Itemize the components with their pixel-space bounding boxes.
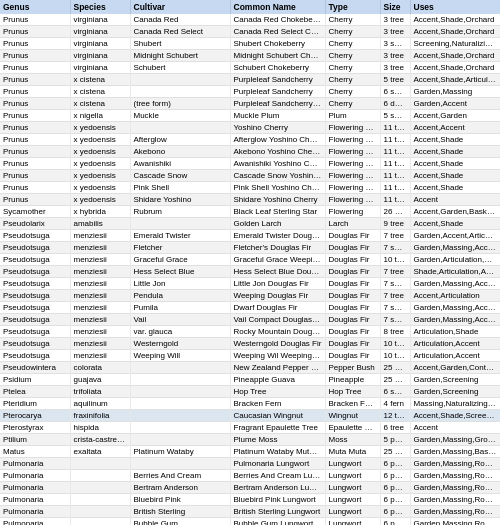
table-cell: Prunus	[0, 98, 70, 110]
table-cell: Garden,Articulation,Accent	[410, 254, 500, 266]
table-cell: Pseudotsuga	[0, 290, 70, 302]
table-cell: Garden,Massing,Accent,Screening	[410, 302, 500, 314]
table-cell: Pseudotsuga	[0, 338, 70, 350]
table-row: PseudolarixamabilisGolden LarchLarch9 tr…	[0, 218, 500, 230]
table-cell: 7 shrub	[380, 242, 410, 254]
table-cell: Vail	[130, 314, 230, 326]
table-cell: Garden,Accent,Articulation	[410, 230, 500, 242]
table-cell: Accent,Shade,Orchard	[410, 14, 500, 26]
table-cell: Garden,Massing,Rock,Container	[410, 494, 500, 506]
table-cell: Emerald Twister Douglas Fir	[230, 230, 325, 242]
table-cell: 6 perennial	[380, 506, 410, 518]
table-cell: 7 tree	[380, 290, 410, 302]
table-cell: x yedoensis	[70, 194, 130, 206]
table-cell: Flowering	[325, 206, 380, 218]
table-cell	[70, 518, 130, 526]
table-cell	[130, 362, 230, 374]
table-cell: 11 tree	[380, 194, 410, 206]
table-cell: Cascade Snow	[130, 170, 230, 182]
table-cell: Lungwort	[325, 470, 380, 482]
table-cell: Lungwort	[325, 506, 380, 518]
table-cell: Ptilium	[0, 434, 70, 446]
table-cell: Afterglow	[130, 134, 230, 146]
table-cell: Akebono	[130, 146, 230, 158]
table-cell: Hess Select Blue	[130, 266, 230, 278]
table-cell	[130, 86, 230, 98]
table-cell: Canada Red	[130, 14, 230, 26]
table-cell: Garden,Massing	[410, 86, 500, 98]
table-cell: Pulmonaria	[0, 470, 70, 482]
table-cell	[130, 434, 230, 446]
table-cell: Prunus	[0, 170, 70, 182]
table-cell: Bracken Fern	[325, 398, 380, 410]
table-cell	[130, 218, 230, 230]
table-cell: Prunus	[0, 122, 70, 134]
table-cell: virginiana	[70, 62, 130, 74]
table-cell: Prunus	[0, 62, 70, 74]
table-cell: 12 tree	[380, 410, 410, 422]
table-cell	[70, 506, 130, 518]
table-cell: 11 tree	[380, 170, 410, 182]
table-cell: Pseudowintera	[0, 362, 70, 374]
table-cell: Golden Larch	[230, 218, 325, 230]
column-species: Species	[70, 0, 130, 14]
table-cell: Bracken Fern	[230, 398, 325, 410]
table-cell: Douglas Fir	[325, 338, 380, 350]
table-cell: Pseudotsuga	[0, 266, 70, 278]
table-cell: Akebono Yoshino Cherry	[230, 146, 325, 158]
table-cell: Bluebird Pink Lungwort	[230, 494, 325, 506]
table-cell: x cistena	[70, 74, 130, 86]
table-cell: Cascade Snow Yoshino Cherry	[230, 170, 325, 182]
table-cell: Accent,Garden,Container	[410, 362, 500, 374]
table-cell: Flowering Cherry	[325, 146, 380, 158]
table-cell: 9 tree	[380, 218, 410, 230]
table-cell: 4 fern	[380, 398, 410, 410]
table-cell: Prunus	[0, 86, 70, 98]
table-cell: Pterocarya	[0, 410, 70, 422]
table-cell: Ptelea	[0, 386, 70, 398]
table-cell: 6 perennial	[380, 482, 410, 494]
table-cell: Flowering Cherry	[325, 134, 380, 146]
table-cell: 11 tree	[380, 134, 410, 146]
table-row: Ptiliumcrista-castrensisPlume MossMoss5 …	[0, 434, 500, 446]
table-cell: Lungwort	[325, 494, 380, 506]
table-cell: Accent,Shade,Articulation,Screen	[410, 74, 500, 86]
table-row: PteridiumaquilinumBracken FernBracken Fe…	[0, 398, 500, 410]
table-cell: 5 tree	[380, 74, 410, 86]
table-cell: 10 tree	[380, 254, 410, 266]
table-cell: 7 tree	[380, 266, 410, 278]
table-cell: Emerald Twister	[130, 230, 230, 242]
table-cell: 3 tree	[380, 26, 410, 38]
table-cell: Moss	[325, 434, 380, 446]
table-cell: Afterglow Yoshino Cherry	[230, 134, 325, 146]
table-cell: Hop Tree	[325, 386, 380, 398]
table-cell: Pseudotsuga	[0, 302, 70, 314]
table-cell: 3 tree	[380, 14, 410, 26]
table-cell: Vail Compact Douglas Fir	[230, 314, 325, 326]
table-cell: menziesii	[70, 338, 130, 350]
table-cell: Weeping Wil Weeping Douglas Fir	[230, 350, 325, 362]
table-row: MatusexaltataPlatinum WatabyPlatinum Wat…	[0, 446, 500, 458]
table-cell: Awanishiki Yoshino Cherry	[230, 158, 325, 170]
table-cell: Pseudolarix	[0, 218, 70, 230]
table-cell: Little Jon Douglas Fir	[230, 278, 325, 290]
table-cell: 6 dwarf	[380, 98, 410, 110]
table-row: PseudotsugamenziesiiHess Select BlueHess…	[0, 266, 500, 278]
table-cell: Garden,Massing,Rock,Container	[410, 518, 500, 526]
table-cell: 3 tree	[380, 62, 410, 74]
table-cell: Pseudotsuga	[0, 242, 70, 254]
table-cell: Cherry	[325, 26, 380, 38]
table-cell: Prunus	[0, 194, 70, 206]
table-cell: exaltata	[70, 446, 130, 458]
table-cell: Pseudotsuga	[0, 230, 70, 242]
column-genus: Genus	[0, 0, 70, 14]
table-cell: Plum	[325, 110, 380, 122]
table-cell: Prunus	[0, 110, 70, 122]
table-cell: Schubert Chokeberry	[230, 62, 325, 74]
table-cell	[130, 398, 230, 410]
table-cell	[70, 470, 130, 482]
table-row: PulmonariaBertram AndersonBertram Anders…	[0, 482, 500, 494]
table-cell: Pulmonaria	[0, 518, 70, 526]
table-cell: Westerngold	[130, 338, 230, 350]
table-cell: Yoshino Cherry	[230, 122, 325, 134]
